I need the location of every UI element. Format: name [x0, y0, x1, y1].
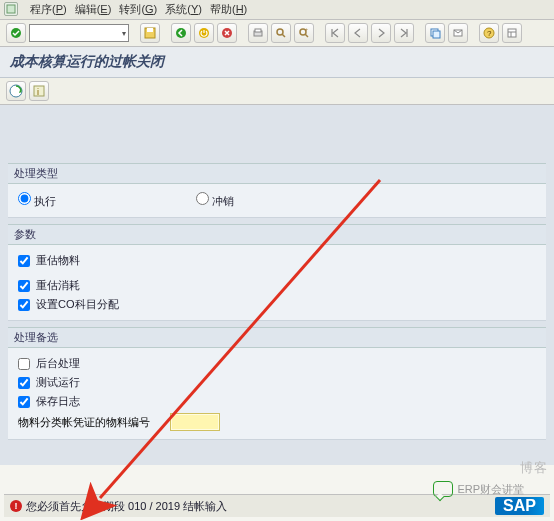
group-processing-options: 处理备选 后台处理 测试运行 保存日志 物料分类帐凭证的物料编号	[8, 327, 546, 440]
svg-line-12	[305, 34, 308, 37]
group-processing-type: 处理类型 执行 冲销	[8, 163, 546, 218]
chevron-down-icon: ▾	[122, 29, 126, 38]
new-session-button[interactable]	[425, 23, 445, 43]
menu-help[interactable]: 帮助(H)	[210, 2, 247, 17]
svg-line-10	[282, 34, 285, 37]
group-title-processing-type: 处理类型	[8, 163, 546, 184]
group-title-processing-options: 处理备选	[8, 327, 546, 348]
back-button[interactable]	[171, 23, 191, 43]
standard-toolbar: ▾ + ?	[0, 20, 554, 47]
menu-icon[interactable]	[4, 2, 18, 16]
chk-save-log[interactable]	[18, 396, 30, 408]
material-doc-range-label: 物料分类帐凭证的物料编号	[18, 415, 150, 430]
svg-rect-19	[508, 29, 516, 37]
chk-reval-material[interactable]	[18, 255, 30, 267]
status-message: 您必须首先允许期段 010 / 2019 结帐输入	[26, 499, 227, 514]
menu-bar: 程序(P) 编辑(E) 转到(G) 系统(Y) 帮助(H)	[0, 0, 554, 20]
sap-logo: SAP	[495, 497, 544, 515]
watermark-secondary: 博客	[520, 459, 548, 477]
svg-text:i: i	[37, 87, 39, 97]
first-page-button[interactable]	[325, 23, 345, 43]
svg-rect-8	[255, 29, 261, 32]
radio-reverse[interactable]: 冲销	[196, 192, 234, 209]
command-field[interactable]: ▾	[29, 24, 129, 42]
svg-text:?: ?	[487, 29, 492, 38]
application-toolbar: i	[0, 78, 554, 105]
save-button[interactable]	[140, 23, 160, 43]
shortcut-button[interactable]	[448, 23, 468, 43]
next-page-button[interactable]	[371, 23, 391, 43]
find-next-button[interactable]: +	[294, 23, 314, 43]
page-title: 成本核算运行的过帐关闭	[0, 47, 554, 78]
svg-rect-24	[34, 86, 44, 96]
last-page-button[interactable]	[394, 23, 414, 43]
chk-test-run[interactable]	[18, 377, 30, 389]
menu-system[interactable]: 系统(Y)	[165, 2, 202, 17]
svg-rect-3	[147, 28, 153, 32]
menu-goto[interactable]: 转到(G)	[119, 2, 157, 17]
group-parameters: 参数 重估物料 重估消耗 设置CO科目分配	[8, 224, 546, 321]
group-title-parameters: 参数	[8, 224, 546, 245]
find-button[interactable]	[271, 23, 291, 43]
screen-canvas: 处理类型 执行 冲销 参数 重估物料 重估消耗 设置CO科目分配 处理备选 后台…	[0, 105, 554, 465]
svg-point-4	[176, 28, 186, 38]
enter-button[interactable]	[6, 23, 26, 43]
svg-rect-0	[7, 5, 15, 13]
layout-button[interactable]	[502, 23, 522, 43]
material-doc-range-input[interactable]	[170, 413, 220, 431]
execute-button[interactable]	[6, 81, 26, 101]
information-button[interactable]: i	[29, 81, 49, 101]
watermark-primary: ERP财会讲堂	[433, 481, 524, 497]
menu-program[interactable]: 程序(P)	[30, 2, 67, 17]
print-button[interactable]	[248, 23, 268, 43]
exit-button[interactable]	[194, 23, 214, 43]
chk-reval-consumption[interactable]	[18, 280, 30, 292]
radio-execute[interactable]: 执行	[18, 192, 56, 209]
svg-rect-15	[433, 31, 440, 38]
chk-background[interactable]	[18, 358, 30, 370]
status-bar: ! 您必须首先允许期段 010 / 2019 结帐输入 SAP	[4, 494, 550, 517]
cancel-button[interactable]	[217, 23, 237, 43]
menu-edit[interactable]: 编辑(E)	[75, 2, 112, 17]
svg-text:+: +	[305, 27, 308, 32]
help-button[interactable]: ?	[479, 23, 499, 43]
wechat-icon	[433, 481, 453, 497]
chk-co-account-alloc[interactable]	[18, 299, 30, 311]
error-icon: !	[10, 500, 22, 512]
prev-page-button[interactable]	[348, 23, 368, 43]
